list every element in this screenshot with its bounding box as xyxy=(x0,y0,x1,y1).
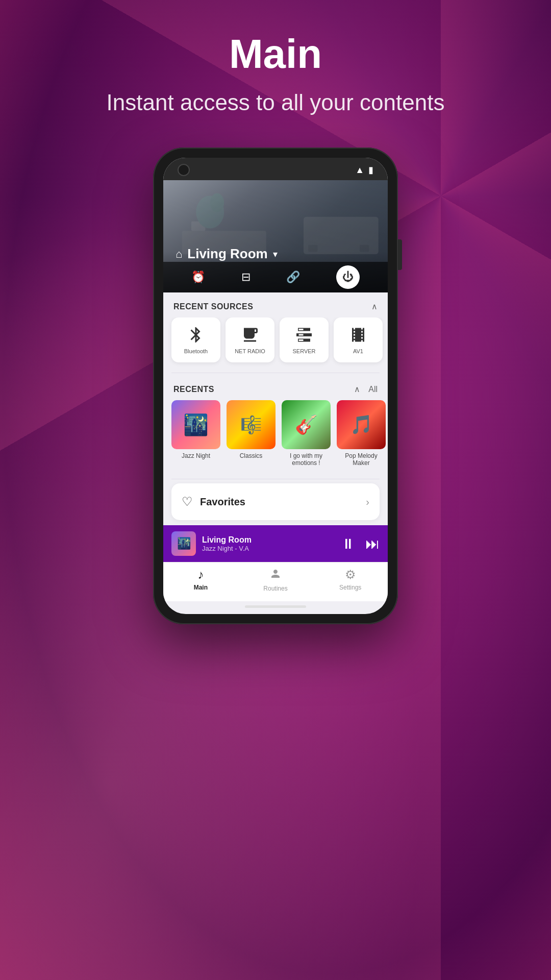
server-icon xyxy=(295,326,313,344)
now-playing-bar: 🌃 Living Room Jazz Night - V.A ⏸ ⏭ xyxy=(163,525,388,562)
next-button[interactable]: ⏭ xyxy=(365,535,380,552)
now-playing-info: Living Room Jazz Night - V.A xyxy=(202,535,335,552)
jazz-night-thumb xyxy=(171,400,220,449)
svg-rect-4 xyxy=(360,245,369,252)
nav-settings[interactable]: ⚙ Settings xyxy=(313,568,388,592)
home-indicator xyxy=(245,605,306,608)
alarm-button[interactable]: ⏰ xyxy=(191,271,205,284)
bluetooth-label: Bluetooth xyxy=(184,348,208,354)
svg-point-6 xyxy=(210,193,224,212)
now-playing-controls: ⏸ ⏭ xyxy=(341,535,380,552)
favorites-label: Favorites xyxy=(200,496,245,508)
page-container: Main Instant access to all your contents… xyxy=(0,0,551,624)
hero-subtitle: Instant access to all your contents xyxy=(66,88,486,117)
chevron-right-icon: › xyxy=(366,496,369,508)
power-button[interactable]: ⏻ xyxy=(336,265,360,289)
phone-screen: ▲ ▮ ⌂ Living Ro xyxy=(163,158,388,614)
content-area: RECENT SOURCES ∧ Bluetooth xyxy=(163,292,388,608)
recents-all-link[interactable]: All xyxy=(368,385,378,394)
heart-icon: ♡ xyxy=(182,495,193,509)
hero-title: Main xyxy=(229,31,322,78)
home-icon: ⌂ xyxy=(176,248,182,261)
room-name-label: Living Room xyxy=(187,246,267,262)
recents-title: RECENTS xyxy=(173,385,214,394)
main-nav-label: Main xyxy=(194,584,208,591)
dropdown-arrow-icon: ▾ xyxy=(273,249,278,260)
settings-nav-label: Settings xyxy=(339,584,361,591)
jazz-night-label: Jazz Night xyxy=(182,452,210,459)
phone-mockup: ▲ ▮ ⌂ Living Ro xyxy=(153,148,398,624)
source-server[interactable]: SERVER xyxy=(280,317,329,362)
source-bluetooth[interactable]: Bluetooth xyxy=(171,317,220,362)
collapse-icon[interactable]: ∧ xyxy=(371,302,378,311)
recents-section: RECENTS ∧ All Jazz Night xyxy=(163,375,388,477)
source-net-radio[interactable]: NET RADIO xyxy=(226,317,274,362)
divider-1 xyxy=(171,373,380,373)
now-playing-thumb: 🌃 xyxy=(171,531,196,556)
bottom-nav: ♪ Main Routines ⚙ Settings xyxy=(163,562,388,601)
recent-sources-title: RECENT SOURCES xyxy=(173,302,253,311)
recent-classics[interactable]: Classics xyxy=(227,400,276,467)
divider-2 xyxy=(171,479,380,479)
status-icons: ▲ ▮ xyxy=(355,164,373,176)
emotions-label: I go with my emotions ! xyxy=(282,452,331,467)
room-controls-bar: ⏰ ⊟ 🔗 ⏻ xyxy=(163,262,388,292)
classics-label: Classics xyxy=(240,452,263,459)
recents-header: RECENTS ∧ All xyxy=(163,375,388,400)
recent-pop-melody[interactable]: Pop Melody Maker xyxy=(337,400,386,467)
camera-notch xyxy=(178,164,190,176)
room-title-bar[interactable]: ⌂ Living Room ▾ xyxy=(176,246,278,262)
battery-icon: ▮ xyxy=(368,164,373,176)
main-nav-icon: ♪ xyxy=(197,568,204,582)
pause-button[interactable]: ⏸ xyxy=(341,535,355,552)
net-radio-label: NET RADIO xyxy=(235,348,265,354)
recents-collapse-icon[interactable]: ∧ xyxy=(354,384,360,394)
svg-rect-3 xyxy=(308,245,317,252)
wifi-icon: ▲ xyxy=(355,165,364,176)
recent-sources-section: RECENT SOURCES ∧ Bluetooth xyxy=(163,292,388,371)
nav-routines[interactable]: Routines xyxy=(238,568,313,592)
equalizer-button[interactable]: ⊟ xyxy=(241,271,251,284)
now-playing-title: Living Room xyxy=(202,535,335,545)
routines-nav-icon xyxy=(269,568,282,583)
melody-label: Pop Melody Maker xyxy=(337,452,386,467)
av1-label: AV1 xyxy=(353,348,363,354)
server-label: SERVER xyxy=(292,348,315,354)
melody-thumb xyxy=(337,400,386,449)
classics-thumb xyxy=(227,400,276,449)
now-playing-subtitle: Jazz Night - V.A xyxy=(202,545,335,552)
favorites-button[interactable]: ♡ Favorites › xyxy=(171,483,380,520)
net-radio-icon xyxy=(241,326,259,344)
bluetooth-icon xyxy=(187,326,205,344)
emotions-thumb xyxy=(282,400,331,449)
favorites-left: ♡ Favorites xyxy=(182,495,245,509)
recents-grid: Jazz Night Classics I go with my emotion… xyxy=(163,400,388,472)
settings-nav-icon: ⚙ xyxy=(345,568,356,582)
recent-emotions[interactable]: I go with my emotions ! xyxy=(282,400,331,467)
sources-grid: Bluetooth NET RADIO SERV xyxy=(163,317,388,371)
power-button-physical xyxy=(398,239,402,270)
av1-icon xyxy=(349,326,367,344)
source-av1[interactable]: AV1 xyxy=(334,317,383,362)
nav-main[interactable]: ♪ Main xyxy=(163,568,238,592)
routines-nav-label: Routines xyxy=(263,585,287,592)
room-header: ⌂ Living Room ▾ ⏰ ⊟ 🔗 ⏻ xyxy=(163,180,388,292)
link-button[interactable]: 🔗 xyxy=(286,271,300,284)
status-bar: ▲ ▮ xyxy=(163,158,388,180)
recent-jazz-night[interactable]: Jazz Night xyxy=(171,400,220,467)
recent-sources-header: RECENT SOURCES ∧ xyxy=(163,292,388,317)
